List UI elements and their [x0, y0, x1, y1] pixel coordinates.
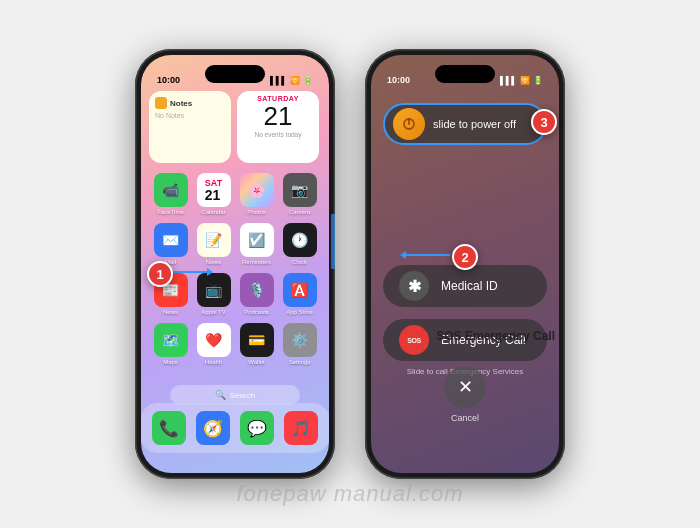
- reminders-label: Reminders: [242, 259, 271, 265]
- app-mail[interactable]: ✉️ Mail: [153, 223, 188, 265]
- maps-label: Maps: [163, 359, 178, 365]
- maps-icon: 🗺️: [154, 323, 188, 357]
- health-label: Health: [205, 359, 222, 365]
- dock-safari[interactable]: 🧭: [196, 411, 230, 445]
- app-notes[interactable]: 📝 Notes: [196, 223, 231, 265]
- calendar-widget: SATURDAY 21 No events today: [237, 91, 319, 163]
- app-settings[interactable]: ⚙️ Settings: [282, 323, 317, 365]
- arrow-head-1: [207, 268, 213, 276]
- app-appletv[interactable]: 📺 Apple TV: [196, 273, 231, 315]
- slide-power-off-label: slide to power off: [433, 118, 516, 130]
- camera-label: Camera: [289, 209, 310, 215]
- status-icons-1: ▌▌▌ 🛜 🔋: [270, 76, 313, 85]
- watermark: fonepaw manual.com: [236, 476, 463, 508]
- clock-icon: 🕐: [283, 223, 317, 257]
- podcasts-icon: 🎙️: [240, 273, 274, 307]
- dynamic-island-1: [205, 65, 265, 83]
- app-maps[interactable]: 🗺️ Maps: [153, 323, 188, 365]
- facetime-label: FaceTime: [157, 209, 183, 215]
- power-svg-icon: [401, 116, 417, 132]
- phones-container: 10:00 ▌▌▌ 🛜 🔋 Notes No: [135, 49, 565, 479]
- dock-messages[interactable]: 💬: [240, 411, 274, 445]
- medical-id-button[interactable]: ✱ Medical ID: [383, 265, 547, 307]
- signal-icon: ▌▌▌: [270, 76, 287, 85]
- annotation-badge-3: 3: [531, 109, 557, 135]
- signal-icon-2: ▌▌▌: [500, 76, 517, 85]
- dock: 📞 🧭 💬 🎵: [141, 403, 329, 453]
- app-calendar[interactable]: SAT21 Calendar: [196, 173, 231, 215]
- reminders-icon: ☑️: [240, 223, 274, 257]
- battery-icon: 🔋: [303, 76, 313, 85]
- app-photos[interactable]: 🌸 Photos: [239, 173, 274, 215]
- notes-widget: Notes No Notes: [149, 91, 231, 163]
- calendar-icon: SAT21: [197, 173, 231, 207]
- app-grid-row1: 📹 FaceTime SAT21 Calendar 🌸 Photos 📷 Cam…: [141, 169, 329, 219]
- sos-icon: SOS: [399, 325, 429, 355]
- cancel-label: Cancel: [451, 413, 479, 423]
- app-grid-row4: 🗺️ Maps ❤️ Health 💳 Wallet ⚙️ Settings: [141, 319, 329, 369]
- cancel-x-icon: ✕: [458, 378, 473, 396]
- appletv-label: Apple TV: [201, 309, 226, 315]
- annotation-arrow-2: [405, 254, 450, 256]
- mail-icon: ✉️: [154, 223, 188, 257]
- app-grid-row2: ✉️ Mail 📝 Notes ☑️ Reminders 🕐 Clock: [141, 219, 329, 269]
- arrow-head-2: [400, 251, 406, 259]
- app-podcasts[interactable]: 🎙️ Podcasts: [239, 273, 274, 315]
- notes-widget-header: Notes: [155, 97, 225, 109]
- app-facetime[interactable]: 📹 FaceTime: [153, 173, 188, 215]
- medical-id-label: Medical ID: [441, 279, 498, 293]
- notes-widget-title: Notes: [170, 99, 192, 108]
- calendar-event: No events today: [243, 131, 313, 138]
- dynamic-island-2: [435, 65, 495, 83]
- appstore-label: App Store: [286, 309, 313, 315]
- cancel-button[interactable]: ✕: [444, 366, 486, 408]
- news-label: News: [163, 309, 178, 315]
- camera-icon: 📷: [283, 173, 317, 207]
- app-wallet[interactable]: 💳 Wallet: [239, 323, 274, 365]
- status-icons-2: ▌▌▌ 🛜 🔋: [500, 76, 543, 85]
- app-health[interactable]: ❤️ Health: [196, 323, 231, 365]
- wallet-icon: 💳: [240, 323, 274, 357]
- watermark-text: fonepaw manual.com: [236, 481, 463, 506]
- search-label: Search: [230, 391, 255, 400]
- side-button-highlight: [331, 214, 335, 269]
- status-time-2: 10:00: [387, 71, 410, 85]
- app-reminders[interactable]: ☑️ Reminders: [239, 223, 274, 265]
- sos-label: SOS Emergency Call: [436, 329, 555, 345]
- appletv-icon: 📺: [197, 273, 231, 307]
- photos-label: Photos: [247, 209, 266, 215]
- facetime-icon: 📹: [154, 173, 188, 207]
- annotation-arrow-1: [173, 271, 208, 273]
- podcasts-label: Podcasts: [244, 309, 269, 315]
- photos-icon: 🌸: [240, 173, 274, 207]
- search-bar[interactable]: 🔍 Search: [170, 385, 300, 405]
- notes-app-icon: 📝: [197, 223, 231, 257]
- power-circle-icon: [393, 108, 425, 140]
- settings-icon: ⚙️: [283, 323, 317, 357]
- slide-power-off-button[interactable]: slide to power off: [383, 103, 547, 145]
- annotation-badge-1: 1: [147, 261, 173, 287]
- appstore-icon: 🅰️: [283, 273, 317, 307]
- annotation-badge-2: 2: [452, 244, 478, 270]
- wifi-icon: 🛜: [290, 76, 300, 85]
- settings-label: Settings: [289, 359, 311, 365]
- calendar-day-num: 21: [243, 102, 313, 131]
- calendar-label: Calendar: [201, 209, 225, 215]
- notes-widget-body: No Notes: [155, 112, 225, 119]
- status-time-1: 10:00: [157, 71, 180, 85]
- dock-music[interactable]: 🎵: [284, 411, 318, 445]
- medical-icon: ✱: [399, 271, 429, 301]
- notes-icon: [155, 97, 167, 109]
- notes-label: Notes: [206, 259, 222, 265]
- health-icon: ❤️: [197, 323, 231, 357]
- app-camera[interactable]: 📷 Camera: [282, 173, 317, 215]
- dock-phone[interactable]: 📞: [152, 411, 186, 445]
- app-clock[interactable]: 🕐 Clock: [282, 223, 317, 265]
- wifi-icon-2: 🛜: [520, 76, 530, 85]
- clock-label: Clock: [292, 259, 307, 265]
- wallet-label: Wallet: [248, 359, 264, 365]
- app-appstore[interactable]: 🅰️ App Store: [282, 273, 317, 315]
- battery-icon-2: 🔋: [533, 76, 543, 85]
